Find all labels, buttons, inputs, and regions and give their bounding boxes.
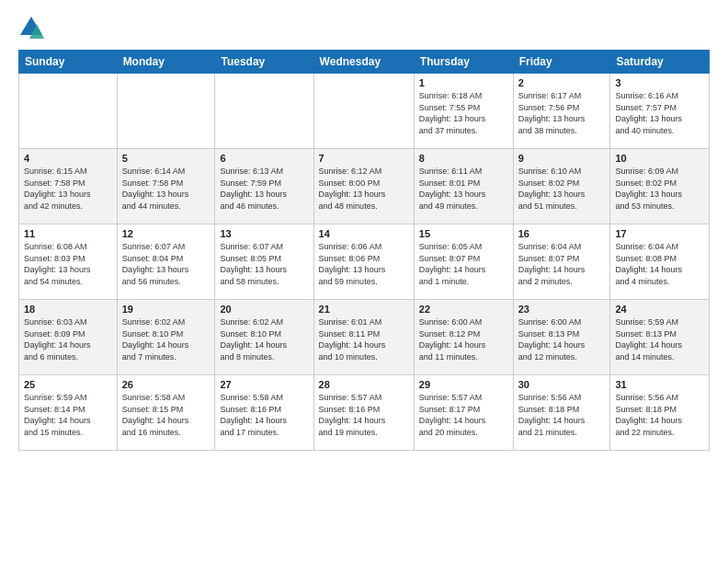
day-info: Sunrise: 5:56 AM Sunset: 8:18 PM Dayligh… <box>518 392 606 438</box>
day-number: 17 <box>615 228 704 239</box>
day-info: Sunrise: 6:00 AM Sunset: 8:13 PM Dayligh… <box>518 316 606 362</box>
calendar-cell <box>19 74 118 149</box>
day-number: 12 <box>122 228 210 239</box>
day-number: 7 <box>319 153 409 164</box>
day-number: 10 <box>615 153 704 164</box>
day-number: 3 <box>615 77 704 88</box>
day-number: 24 <box>615 304 704 315</box>
day-number: 21 <box>319 304 409 315</box>
day-number: 25 <box>24 379 112 390</box>
weekday-header-sunday: Sunday <box>19 51 118 74</box>
day-info: Sunrise: 6:17 AM Sunset: 7:56 PM Dayligh… <box>518 90 606 136</box>
calendar-cell: 6Sunrise: 6:13 AM Sunset: 7:59 PM Daylig… <box>215 149 313 224</box>
calendar-cell: 12Sunrise: 6:07 AM Sunset: 8:04 PM Dayli… <box>117 224 215 300</box>
calendar-row-2: 11Sunrise: 6:08 AM Sunset: 8:03 PM Dayli… <box>19 224 710 300</box>
calendar-cell: 25Sunrise: 5:59 AM Sunset: 8:14 PM Dayli… <box>19 375 118 451</box>
day-number: 18 <box>24 304 112 315</box>
calendar-cell: 5Sunrise: 6:14 AM Sunset: 7:58 PM Daylig… <box>117 149 215 224</box>
day-info: Sunrise: 5:57 AM Sunset: 8:17 PM Dayligh… <box>419 392 508 438</box>
header <box>18 15 710 40</box>
calendar-table: SundayMondayTuesdayWednesdayThursdayFrid… <box>18 50 710 451</box>
day-info: Sunrise: 5:59 AM Sunset: 8:14 PM Dayligh… <box>24 392 112 438</box>
day-number: 2 <box>518 77 606 88</box>
day-info: Sunrise: 5:59 AM Sunset: 8:13 PM Dayligh… <box>615 316 704 362</box>
day-info: Sunrise: 6:13 AM Sunset: 7:59 PM Dayligh… <box>220 166 308 212</box>
day-info: Sunrise: 6:07 AM Sunset: 8:05 PM Dayligh… <box>220 241 308 287</box>
day-info: Sunrise: 6:03 AM Sunset: 8:09 PM Dayligh… <box>24 316 112 362</box>
day-number: 29 <box>419 379 508 390</box>
calendar-cell: 26Sunrise: 5:58 AM Sunset: 8:15 PM Dayli… <box>117 375 215 451</box>
day-number: 19 <box>122 304 210 315</box>
calendar-cell: 9Sunrise: 6:10 AM Sunset: 8:02 PM Daylig… <box>513 149 610 224</box>
calendar-cell: 4Sunrise: 6:15 AM Sunset: 7:58 PM Daylig… <box>19 149 118 224</box>
day-info: Sunrise: 6:15 AM Sunset: 7:58 PM Dayligh… <box>24 166 112 212</box>
weekday-header-row: SundayMondayTuesdayWednesdayThursdayFrid… <box>19 51 710 74</box>
day-number: 11 <box>24 228 112 239</box>
day-info: Sunrise: 6:07 AM Sunset: 8:04 PM Dayligh… <box>122 241 210 287</box>
calendar-cell: 1Sunrise: 6:18 AM Sunset: 7:55 PM Daylig… <box>414 74 513 149</box>
day-number: 26 <box>122 379 210 390</box>
calendar-cell: 28Sunrise: 5:57 AM Sunset: 8:16 PM Dayli… <box>313 375 414 451</box>
calendar-cell <box>117 74 215 149</box>
day-info: Sunrise: 6:18 AM Sunset: 7:55 PM Dayligh… <box>419 90 508 136</box>
weekday-header-wednesday: Wednesday <box>313 51 414 74</box>
calendar-cell: 24Sunrise: 5:59 AM Sunset: 8:13 PM Dayli… <box>610 300 710 375</box>
day-number: 4 <box>24 153 112 164</box>
calendar-cell: 10Sunrise: 6:09 AM Sunset: 8:02 PM Dayli… <box>610 149 710 224</box>
day-info: Sunrise: 6:02 AM Sunset: 8:10 PM Dayligh… <box>122 316 210 362</box>
day-info: Sunrise: 6:10 AM Sunset: 8:02 PM Dayligh… <box>518 166 606 212</box>
calendar-cell: 20Sunrise: 6:02 AM Sunset: 8:10 PM Dayli… <box>215 300 313 375</box>
calendar-cell: 22Sunrise: 6:00 AM Sunset: 8:12 PM Dayli… <box>414 300 513 375</box>
day-info: Sunrise: 6:06 AM Sunset: 8:06 PM Dayligh… <box>319 241 409 287</box>
day-number: 23 <box>518 304 606 315</box>
day-info: Sunrise: 5:58 AM Sunset: 8:15 PM Dayligh… <box>122 392 210 438</box>
day-number: 6 <box>220 153 308 164</box>
day-number: 20 <box>220 304 308 315</box>
weekday-header-saturday: Saturday <box>610 51 710 74</box>
page: SundayMondayTuesdayWednesdayThursdayFrid… <box>0 0 728 563</box>
day-number: 1 <box>419 77 508 88</box>
calendar-cell: 15Sunrise: 6:05 AM Sunset: 8:07 PM Dayli… <box>414 224 513 300</box>
calendar-cell: 31Sunrise: 5:56 AM Sunset: 8:18 PM Dayli… <box>610 375 710 451</box>
day-info: Sunrise: 6:01 AM Sunset: 8:11 PM Dayligh… <box>319 316 409 362</box>
day-number: 9 <box>518 153 606 164</box>
day-number: 16 <box>518 228 606 239</box>
weekday-header-tuesday: Tuesday <box>215 51 313 74</box>
weekday-header-monday: Monday <box>117 51 215 74</box>
calendar-cell: 17Sunrise: 6:04 AM Sunset: 8:08 PM Dayli… <box>610 224 710 300</box>
calendar-row-3: 18Sunrise: 6:03 AM Sunset: 8:09 PM Dayli… <box>19 300 710 375</box>
day-info: Sunrise: 6:00 AM Sunset: 8:12 PM Dayligh… <box>419 316 508 362</box>
calendar-cell: 18Sunrise: 6:03 AM Sunset: 8:09 PM Dayli… <box>19 300 118 375</box>
day-info: Sunrise: 6:08 AM Sunset: 8:03 PM Dayligh… <box>24 241 112 287</box>
calendar-cell: 7Sunrise: 6:12 AM Sunset: 8:00 PM Daylig… <box>313 149 414 224</box>
calendar-cell: 27Sunrise: 5:58 AM Sunset: 8:16 PM Dayli… <box>215 375 313 451</box>
day-number: 28 <box>319 379 409 390</box>
day-number: 13 <box>220 228 308 239</box>
calendar-row-1: 4Sunrise: 6:15 AM Sunset: 7:58 PM Daylig… <box>19 149 710 224</box>
weekday-header-thursday: Thursday <box>414 51 513 74</box>
day-info: Sunrise: 6:02 AM Sunset: 8:10 PM Dayligh… <box>220 316 308 362</box>
day-info: Sunrise: 6:11 AM Sunset: 8:01 PM Dayligh… <box>419 166 508 212</box>
calendar-cell: 29Sunrise: 5:57 AM Sunset: 8:17 PM Dayli… <box>414 375 513 451</box>
calendar-cell: 23Sunrise: 6:00 AM Sunset: 8:13 PM Dayli… <box>513 300 610 375</box>
calendar-cell: 3Sunrise: 6:16 AM Sunset: 7:57 PM Daylig… <box>610 74 710 149</box>
day-number: 31 <box>615 379 704 390</box>
calendar-cell: 8Sunrise: 6:11 AM Sunset: 8:01 PM Daylig… <box>414 149 513 224</box>
day-number: 22 <box>419 304 508 315</box>
day-info: Sunrise: 6:16 AM Sunset: 7:57 PM Dayligh… <box>615 90 704 136</box>
day-info: Sunrise: 6:05 AM Sunset: 8:07 PM Dayligh… <box>419 241 508 287</box>
day-info: Sunrise: 6:14 AM Sunset: 7:58 PM Dayligh… <box>122 166 210 212</box>
day-number: 14 <box>319 228 409 239</box>
day-info: Sunrise: 6:09 AM Sunset: 8:02 PM Dayligh… <box>615 166 704 212</box>
calendar-cell: 19Sunrise: 6:02 AM Sunset: 8:10 PM Dayli… <box>117 300 215 375</box>
day-info: Sunrise: 5:57 AM Sunset: 8:16 PM Dayligh… <box>319 392 409 438</box>
logo-icon <box>18 15 44 40</box>
calendar-cell: 13Sunrise: 6:07 AM Sunset: 8:05 PM Dayli… <box>215 224 313 300</box>
day-number: 27 <box>220 379 308 390</box>
calendar-cell <box>215 74 313 149</box>
calendar-cell: 14Sunrise: 6:06 AM Sunset: 8:06 PM Dayli… <box>313 224 414 300</box>
day-info: Sunrise: 6:04 AM Sunset: 8:08 PM Dayligh… <box>615 241 704 287</box>
weekday-header-friday: Friday <box>513 51 610 74</box>
day-info: Sunrise: 6:12 AM Sunset: 8:00 PM Dayligh… <box>319 166 409 212</box>
day-number: 5 <box>122 153 210 164</box>
